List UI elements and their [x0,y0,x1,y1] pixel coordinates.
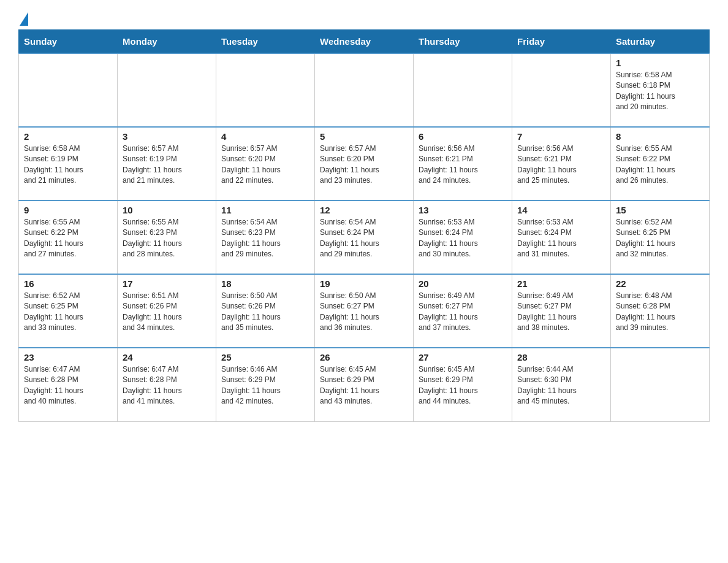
day-info: Sunrise: 6:50 AM Sunset: 6:27 PM Dayligh… [320,291,408,334]
day-number: 5 [320,131,408,142]
day-number: 11 [221,205,309,215]
logo [18,12,28,23]
calendar-cell: 19Sunrise: 6:50 AM Sunset: 6:27 PM Dayli… [315,274,414,348]
day-number: 18 [221,278,309,289]
day-info: Sunrise: 6:45 AM Sunset: 6:29 PM Dayligh… [320,364,408,407]
day-of-week-header: Monday [118,30,216,54]
day-number: 14 [517,205,605,215]
calendar-cell: 9Sunrise: 6:55 AM Sunset: 6:22 PM Daylig… [19,201,118,274]
day-info: Sunrise: 6:49 AM Sunset: 6:27 PM Dayligh… [517,291,605,334]
day-number: 3 [123,131,211,142]
calendar-cell: 21Sunrise: 6:49 AM Sunset: 6:27 PM Dayli… [512,274,611,348]
day-info: Sunrise: 6:47 AM Sunset: 6:28 PM Dayligh… [123,364,211,407]
day-of-week-header: Tuesday [216,30,315,54]
calendar-cell: 15Sunrise: 6:52 AM Sunset: 6:25 PM Dayli… [611,201,710,274]
day-number: 2 [24,131,112,142]
day-number: 12 [320,205,408,215]
calendar-cell: 13Sunrise: 6:53 AM Sunset: 6:24 PM Dayli… [414,201,512,274]
day-info: Sunrise: 6:56 AM Sunset: 6:21 PM Dayligh… [419,144,507,186]
day-number: 22 [616,278,704,289]
calendar-cell: 1Sunrise: 6:58 AM Sunset: 6:18 PM Daylig… [611,53,710,127]
day-number: 28 [517,352,605,362]
day-number: 7 [517,131,605,142]
calendar-cell: 14Sunrise: 6:53 AM Sunset: 6:24 PM Dayli… [512,201,611,274]
day-number: 24 [123,352,211,362]
day-of-week-header: Friday [512,30,611,54]
calendar-cell: 17Sunrise: 6:51 AM Sunset: 6:26 PM Dayli… [118,274,216,348]
day-info: Sunrise: 6:55 AM Sunset: 6:22 PM Dayligh… [616,144,704,186]
day-info: Sunrise: 6:47 AM Sunset: 6:28 PM Dayligh… [24,364,112,407]
calendar-week-row: 2Sunrise: 6:58 AM Sunset: 6:19 PM Daylig… [19,127,710,201]
calendar-cell [611,348,710,421]
day-number: 15 [616,205,704,215]
calendar-cell: 7Sunrise: 6:56 AM Sunset: 6:21 PM Daylig… [512,127,611,201]
calendar-cell: 26Sunrise: 6:45 AM Sunset: 6:29 PM Dayli… [315,348,414,421]
day-of-week-header: Saturday [611,30,710,54]
day-info: Sunrise: 6:44 AM Sunset: 6:30 PM Dayligh… [517,364,605,407]
logo-triangle-icon [20,12,28,26]
day-info: Sunrise: 6:57 AM Sunset: 6:19 PM Dayligh… [123,144,211,186]
day-info: Sunrise: 6:55 AM Sunset: 6:23 PM Dayligh… [123,217,211,260]
calendar-cell: 4Sunrise: 6:57 AM Sunset: 6:20 PM Daylig… [216,127,315,201]
day-info: Sunrise: 6:57 AM Sunset: 6:20 PM Dayligh… [221,144,309,186]
calendar-table: SundayMondayTuesdayWednesdayThursdayFrid… [18,29,710,422]
calendar-cell: 12Sunrise: 6:54 AM Sunset: 6:24 PM Dayli… [315,201,414,274]
day-number: 1 [616,58,704,68]
day-number: 16 [24,278,112,289]
day-number: 8 [616,131,704,142]
day-info: Sunrise: 6:54 AM Sunset: 6:24 PM Dayligh… [320,217,408,260]
day-info: Sunrise: 6:45 AM Sunset: 6:29 PM Dayligh… [419,364,507,407]
day-info: Sunrise: 6:46 AM Sunset: 6:29 PM Dayligh… [221,364,309,407]
day-number: 19 [320,278,408,289]
day-info: Sunrise: 6:58 AM Sunset: 6:18 PM Dayligh… [616,70,704,113]
calendar-cell [216,53,315,127]
calendar-cell [118,53,216,127]
day-number: 10 [123,205,211,215]
day-number: 17 [123,278,211,289]
calendar-cell: 25Sunrise: 6:46 AM Sunset: 6:29 PM Dayli… [216,348,315,421]
day-info: Sunrise: 6:48 AM Sunset: 6:28 PM Dayligh… [616,291,704,334]
calendar-cell: 20Sunrise: 6:49 AM Sunset: 6:27 PM Dayli… [414,274,512,348]
calendar-cell: 2Sunrise: 6:58 AM Sunset: 6:19 PM Daylig… [19,127,118,201]
day-info: Sunrise: 6:52 AM Sunset: 6:25 PM Dayligh… [24,291,112,334]
day-number: 25 [221,352,309,362]
day-of-week-header: Wednesday [315,30,414,54]
day-number: 26 [320,352,408,362]
calendar-cell: 22Sunrise: 6:48 AM Sunset: 6:28 PM Dayli… [611,274,710,348]
day-number: 6 [419,131,507,142]
calendar-cell: 18Sunrise: 6:50 AM Sunset: 6:26 PM Dayli… [216,274,315,348]
calendar-cell: 27Sunrise: 6:45 AM Sunset: 6:29 PM Dayli… [414,348,512,421]
calendar-cell [315,53,414,127]
calendar-cell [19,53,118,127]
day-info: Sunrise: 6:49 AM Sunset: 6:27 PM Dayligh… [419,291,507,334]
calendar-week-row: 23Sunrise: 6:47 AM Sunset: 6:28 PM Dayli… [19,348,710,421]
page-header [18,12,710,23]
calendar-cell: 10Sunrise: 6:55 AM Sunset: 6:23 PM Dayli… [118,201,216,274]
calendar-cell: 3Sunrise: 6:57 AM Sunset: 6:19 PM Daylig… [118,127,216,201]
day-number: 21 [517,278,605,289]
day-number: 23 [24,352,112,362]
day-info: Sunrise: 6:58 AM Sunset: 6:19 PM Dayligh… [24,144,112,186]
day-info: Sunrise: 6:53 AM Sunset: 6:24 PM Dayligh… [517,217,605,260]
day-number: 20 [419,278,507,289]
day-info: Sunrise: 6:51 AM Sunset: 6:26 PM Dayligh… [123,291,211,334]
day-number: 27 [419,352,507,362]
calendar-cell: 23Sunrise: 6:47 AM Sunset: 6:28 PM Dayli… [19,348,118,421]
calendar-cell: 11Sunrise: 6:54 AM Sunset: 6:23 PM Dayli… [216,201,315,274]
calendar-cell: 16Sunrise: 6:52 AM Sunset: 6:25 PM Dayli… [19,274,118,348]
calendar-week-row: 1Sunrise: 6:58 AM Sunset: 6:18 PM Daylig… [19,53,710,127]
calendar-cell: 28Sunrise: 6:44 AM Sunset: 6:30 PM Dayli… [512,348,611,421]
calendar-week-row: 16Sunrise: 6:52 AM Sunset: 6:25 PM Dayli… [19,274,710,348]
day-info: Sunrise: 6:54 AM Sunset: 6:23 PM Dayligh… [221,217,309,260]
day-number: 13 [419,205,507,215]
calendar-cell: 6Sunrise: 6:56 AM Sunset: 6:21 PM Daylig… [414,127,512,201]
calendar-cell [414,53,512,127]
day-of-week-header: Sunday [19,30,118,54]
calendar-cell: 24Sunrise: 6:47 AM Sunset: 6:28 PM Dayli… [118,348,216,421]
day-number: 4 [221,131,309,142]
calendar-cell [512,53,611,127]
day-info: Sunrise: 6:52 AM Sunset: 6:25 PM Dayligh… [616,217,704,260]
day-info: Sunrise: 6:55 AM Sunset: 6:22 PM Dayligh… [24,217,112,260]
day-number: 9 [24,205,112,215]
day-of-week-header: Thursday [414,30,512,54]
